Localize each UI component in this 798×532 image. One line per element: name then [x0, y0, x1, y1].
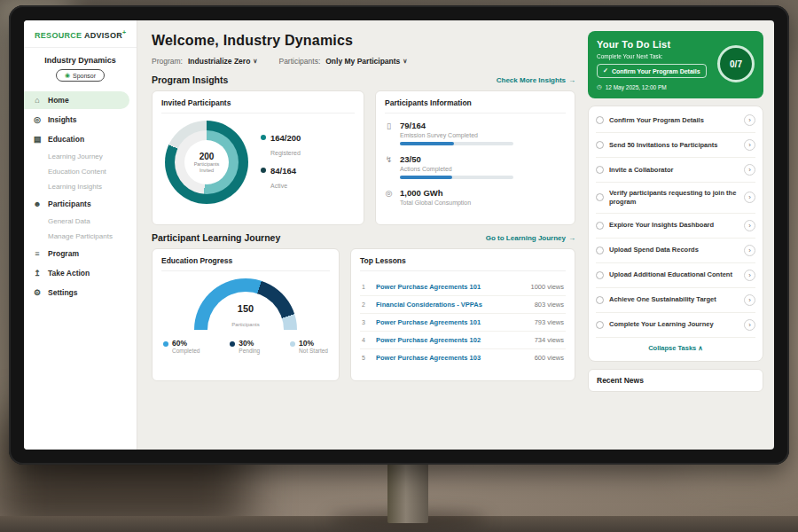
sidebar-item-manage-participants[interactable]: Manage Participants	[24, 229, 137, 244]
invited-participants-card: Invited Participants 200 Participants In…	[152, 90, 364, 225]
chevron-glyph: ›	[748, 166, 751, 174]
monitor-bezel: RESOURCE ADVISOR+ Industry Dynamics ◉ Sp…	[9, 5, 789, 465]
screen: RESOURCE ADVISOR+ Industry Dynamics ◉ Sp…	[24, 20, 774, 450]
lesson-row[interactable]: 3 Power Purchase Agreements 101 793 view…	[360, 314, 566, 332]
participants-icon: ☻	[33, 200, 42, 208]
take-action-icon: ↥	[33, 269, 42, 278]
chevron-right-icon[interactable]: ›	[744, 294, 755, 306]
filters-bar: Program: Industrialize Zero ∨ Participan…	[152, 57, 575, 66]
sidebar-item-general-data[interactable]: General Data	[24, 214, 137, 229]
task-row-achieve-target[interactable]: Achieve One Sustainability Target ›	[596, 288, 755, 313]
lesson-views: 803 views	[535, 301, 564, 309]
recent-news-header[interactable]: Recent News	[588, 369, 763, 392]
lesson-row[interactable]: 5 Power Purchase Agreements 103 600 view…	[360, 349, 566, 366]
gauge-legend: 60% Completed 30% Pending 10% Not Starte…	[161, 339, 330, 354]
legend-item-completed: 60% Completed	[163, 339, 200, 354]
go-to-learning-journey-link[interactable]: Go to Learning Journey →	[486, 234, 575, 242]
chevron-right-icon[interactable]: ›	[744, 319, 755, 331]
participants-select[interactable]: Only My Participants ∨	[325, 57, 407, 66]
stat-row-actions-completed: ↯ 23/50 Actions Completed	[385, 154, 566, 179]
legend-dot	[230, 341, 235, 347]
sponsor-icon: ◉	[65, 72, 70, 79]
lesson-link[interactable]: Power Purchase Agreements 101	[376, 283, 523, 291]
participants-select-value: Only My Participants	[325, 57, 400, 66]
lesson-row[interactable]: 2 Financial Considerations - VPPAs 803 v…	[360, 296, 566, 314]
chevron-right-icon[interactable]: ›	[744, 245, 755, 256]
lesson-link[interactable]: Power Purchase Agreements 101	[376, 318, 528, 326]
task-label: Achieve One Sustainability Target	[609, 295, 739, 304]
donut-center: 200 Participants Invited	[184, 140, 229, 184]
legend-dot	[261, 168, 266, 173]
chevron-glyph: ›	[748, 193, 751, 201]
task-checkbox[interactable]	[596, 222, 604, 230]
lesson-row[interactable]: 1 Power Purchase Agreements 101 1000 vie…	[360, 278, 566, 296]
chevron-glyph: ›	[748, 222, 751, 230]
task-row-upload-educational-content[interactable]: Upload Additional Educational Content ›	[596, 263, 755, 288]
stat-row-global-consumption: ◎ 1,000 GWh Total Global Consumption	[385, 188, 566, 206]
legend-dot	[163, 341, 168, 347]
sidebar-item-participants[interactable]: ☻ Participants	[24, 195, 129, 213]
task-row-send-invitations[interactable]: Send 50 Invitations to Participants ›	[596, 133, 755, 158]
task-row-explore-insights[interactable]: Explore Your Insights Dashboard ›	[596, 214, 755, 239]
task-checkbox[interactable]	[596, 246, 604, 254]
lesson-link[interactable]: Power Purchase Agreements 102	[376, 336, 528, 344]
task-label: Complete Your Learning Journey	[609, 320, 739, 329]
lesson-row[interactable]: 4 Power Purchase Agreements 102 734 view…	[360, 332, 566, 349]
lesson-views: 1000 views	[530, 283, 564, 291]
lesson-views: 600 views	[535, 354, 564, 362]
chevron-right-icon[interactable]: ›	[744, 220, 755, 231]
section-title: Participant Learning Journey	[152, 232, 280, 243]
lesson-rank: 4	[362, 337, 369, 343]
task-row-confirm-program[interactable]: Confirm Your Program Details ›	[596, 108, 755, 133]
program-select[interactable]: Industrialize Zero ∨	[188, 57, 258, 66]
lesson-link[interactable]: Power Purchase Agreements 103	[376, 354, 528, 362]
task-checkbox[interactable]	[596, 296, 604, 304]
task-checkbox[interactable]	[596, 321, 604, 329]
sidebar-item-take-action[interactable]: ↥ Take Action	[24, 264, 129, 282]
collapse-tasks-link[interactable]: Collapse Tasks ∧	[596, 338, 755, 359]
task-row-complete-learning-journey[interactable]: Complete Your Learning Journey ›	[596, 313, 755, 338]
task-checkbox[interactable]	[596, 116, 604, 124]
sidebar-item-insights[interactable]: ◎ Insights	[24, 111, 129, 129]
program-insights-header: Program Insights Check More Insights →	[152, 74, 575, 85]
sidebar-item-label: Settings	[48, 288, 78, 297]
task-checkbox[interactable]	[596, 141, 604, 149]
task-checkbox[interactable]	[596, 166, 604, 174]
task-checkbox[interactable]	[596, 193, 604, 201]
check-more-insights-link[interactable]: Check More Insights →	[497, 76, 575, 84]
lesson-link[interactable]: Financial Considerations - VPPAs	[376, 301, 528, 309]
sidebar-item-learning-journey[interactable]: Learning Journey	[24, 149, 137, 164]
stat-label: Emission Survey Completed	[400, 132, 513, 138]
legend-item-active: 84/164 Active	[261, 166, 301, 192]
todo-summary-card: Your To Do List Complete Your Next Task:…	[588, 31, 763, 98]
chevron-right-icon[interactable]: ›	[744, 114, 755, 126]
participants-information-card: Participants Information ▯ 79/164 Emissi…	[375, 90, 575, 225]
sidebar-item-education[interactable]: ▤ Education	[24, 130, 129, 148]
sponsor-badge[interactable]: ◉ Sponsor	[56, 69, 105, 82]
chevron-down-icon: ∨	[253, 58, 257, 65]
sidebar-item-education-content[interactable]: Education Content	[24, 164, 137, 179]
sidebar-item-settings[interactable]: ⚙ Settings	[24, 284, 129, 301]
chevron-right-icon[interactable]: ›	[744, 270, 755, 281]
legend-item-pending: 30% Pending	[230, 339, 260, 354]
chevron-right-icon[interactable]: ›	[744, 139, 755, 151]
sidebar-item-learning-insights[interactable]: Learning Insights	[24, 179, 137, 194]
arrow-right-icon: →	[568, 234, 575, 242]
legend-dot	[261, 135, 266, 140]
task-list: Confirm Your Program Details › Send 50 I…	[588, 106, 763, 362]
task-row-upload-spend-data[interactable]: Upload Spend Data Records ›	[596, 239, 755, 263]
link-label: Check More Insights	[497, 76, 566, 84]
task-row-invite-collaborator[interactable]: Invite a Collaborator ›	[596, 158, 755, 183]
next-task-chip[interactable]: ✓ Confirm Your Program Details	[597, 64, 707, 78]
task-row-verify-participants[interactable]: Verify participants requesting to join t…	[596, 183, 755, 214]
legend-item-registered: 164/200 Registered	[261, 133, 301, 159]
sidebar-item-home[interactable]: ⌂ Home	[24, 91, 129, 109]
education-progress-card: Education Progress 150 Participants	[152, 248, 340, 381]
card-title: Invited Participants	[161, 98, 355, 113]
sidebar-item-program[interactable]: ≡ Program	[24, 245, 129, 262]
chevron-right-icon[interactable]: ›	[744, 192, 755, 203]
chevron-right-icon[interactable]: ›	[744, 164, 755, 176]
main-content: Welcome, Industry Dynamics Program: Indu…	[137, 20, 586, 450]
task-checkbox[interactable]	[596, 271, 604, 279]
chevron-up-icon: ∧	[698, 344, 703, 352]
